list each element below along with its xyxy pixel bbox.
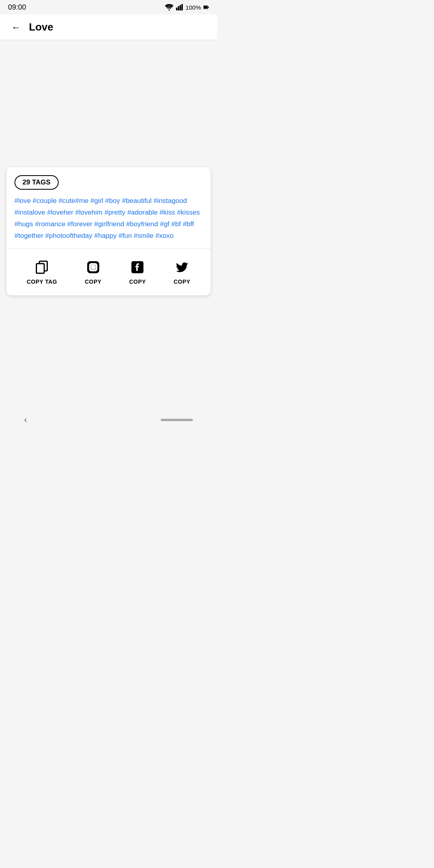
status-time: 09:00 <box>8 3 26 12</box>
tags-count-badge: 29 TAGS <box>14 175 59 190</box>
instagram-icon <box>85 259 101 275</box>
tags-card: 29 TAGS #love #couple #cute#me #girl #bo… <box>6 167 211 295</box>
svg-rect-3 <box>180 5 181 10</box>
tags-header: 29 TAGS #love #couple #cute#me #girl #bo… <box>6 167 211 248</box>
wifi-icon <box>165 4 174 10</box>
home-indicator <box>161 419 193 421</box>
twitter-copy-button[interactable]: COPY <box>169 258 195 287</box>
twitter-copy-label: COPY <box>174 278 190 285</box>
copy-icon <box>34 259 50 275</box>
facebook-copy-button[interactable]: COPY <box>124 258 151 287</box>
svg-rect-4 <box>181 4 183 10</box>
svg-rect-6 <box>204 6 207 8</box>
system-back-button[interactable]: ‹ <box>24 415 27 425</box>
svg-rect-1 <box>176 8 178 10</box>
bottom-nav: ‹ <box>0 406 217 434</box>
page-title: Love <box>29 21 53 33</box>
facebook-svg <box>130 260 145 274</box>
signal-icon <box>176 4 183 10</box>
twitter-icon <box>174 259 190 275</box>
copy-tag-label: COPY TAG <box>27 278 57 285</box>
actions-row: COPY TAG COPY <box>6 249 211 295</box>
back-button[interactable]: ← <box>8 19 24 35</box>
instagram-copy-button[interactable]: COPY <box>80 258 106 287</box>
facebook-icon <box>129 259 145 275</box>
twitter-svg <box>175 260 189 274</box>
ad-space <box>0 40 217 161</box>
facebook-copy-label: COPY <box>129 278 146 285</box>
main-content: 29 TAGS #love #couple #cute#me #girl #bo… <box>0 161 217 302</box>
svg-point-0 <box>168 9 170 10</box>
status-bar: 09:00 100% <box>0 0 217 14</box>
battery-charging-icon <box>203 5 209 9</box>
nav-bar: ← Love <box>0 14 217 40</box>
tags-text: #love #couple #cute#me #girl #boy #beaut… <box>14 195 203 242</box>
svg-point-17 <box>95 264 96 265</box>
instagram-copy-label: COPY <box>85 278 102 285</box>
instagram-svg <box>86 260 100 274</box>
battery-text: 100% <box>186 4 201 11</box>
svg-rect-2 <box>178 6 179 10</box>
svg-rect-7 <box>208 6 209 8</box>
copy-tag-button[interactable]: COPY TAG <box>22 258 62 287</box>
status-icons: 100% <box>165 4 209 11</box>
copy-svg <box>35 260 49 274</box>
svg-rect-9 <box>37 264 45 273</box>
back-arrow-icon: ← <box>11 22 21 33</box>
